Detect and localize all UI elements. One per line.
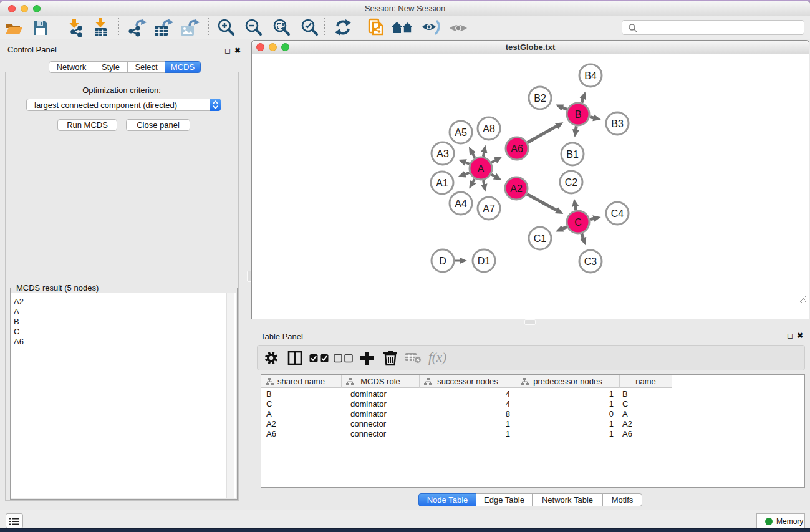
svg-text:B1: B1 [566, 149, 579, 160]
svg-text:A2: A2 [510, 183, 523, 194]
svg-text:A7: A7 [483, 203, 495, 214]
svg-text:D1: D1 [478, 256, 491, 266]
svg-text:C4: C4 [611, 208, 624, 219]
svg-text:A: A [478, 163, 485, 174]
svg-text:A3: A3 [436, 148, 449, 159]
svg-text:B3: B3 [611, 118, 624, 129]
svg-text:C: C [574, 217, 582, 228]
svg-text:A5: A5 [455, 127, 467, 138]
svg-text:A1: A1 [436, 178, 448, 188]
svg-text:C1: C1 [534, 233, 547, 244]
svg-text:C3: C3 [584, 256, 597, 267]
svg-text:B2: B2 [534, 93, 546, 104]
svg-text:B4: B4 [584, 70, 597, 81]
svg-text:A6: A6 [511, 143, 523, 154]
svg-text:B: B [575, 109, 582, 120]
svg-text:A8: A8 [483, 123, 495, 134]
svg-text:D: D [439, 256, 446, 266]
svg-text:C2: C2 [565, 177, 578, 188]
svg-text:A4: A4 [455, 198, 467, 209]
